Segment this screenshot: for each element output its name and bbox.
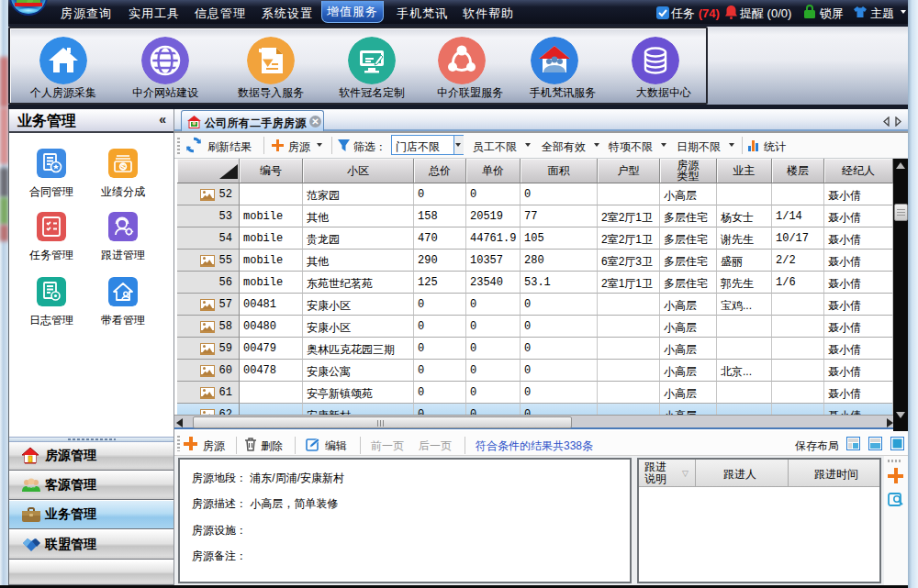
svg-text:$: $ — [120, 162, 125, 172]
